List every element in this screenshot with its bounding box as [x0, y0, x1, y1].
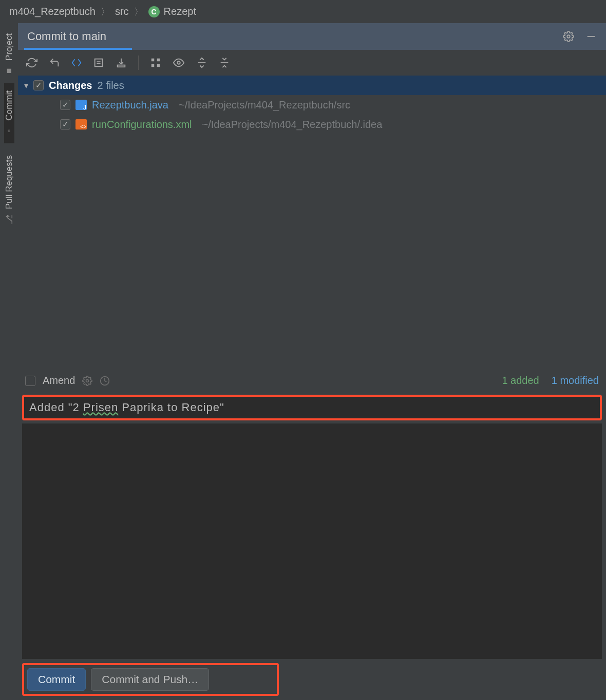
java-file-icon — [75, 100, 87, 110]
commit-msg-text: Added "2 — [29, 401, 83, 414]
chevron-down-icon[interactable]: ▾ — [24, 81, 28, 90]
amend-checkbox[interactable] — [25, 376, 35, 386]
chevron-right-icon: 〉 — [101, 6, 110, 18]
file-path: ~/IdeaProjects/m404_Rezeptbuch/src — [179, 99, 350, 111]
breadcrumb: m404_Rezeptbuch 〉 src 〉 C Rezept — [0, 0, 606, 23]
commit-icon: ◦ — [4, 129, 14, 132]
view-icon[interactable] — [173, 57, 185, 68]
toolbar-separator — [138, 56, 139, 70]
svg-point-13 — [86, 379, 89, 382]
svg-point-0 — [567, 35, 570, 38]
modified-count: 1 modified — [552, 375, 599, 386]
commit-message-input[interactable]: Added "2 Prisen Paprika to Recipe" — [24, 397, 600, 418]
class-icon: C — [148, 6, 160, 17]
svg-rect-8 — [152, 64, 155, 67]
commit-toolbar — [18, 50, 606, 76]
minimize-icon[interactable] — [585, 31, 597, 42]
chevron-right-icon: 〉 — [134, 6, 143, 18]
sidebar-label: Pull Requests — [4, 155, 14, 209]
svg-rect-9 — [157, 64, 160, 67]
svg-rect-5 — [118, 65, 125, 67]
changelist-icon[interactable] — [93, 57, 104, 68]
tab-underline — [24, 48, 132, 50]
checkbox-all[interactable]: ✓ — [33, 80, 44, 90]
checkbox-file[interactable]: ✓ — [60, 100, 70, 110]
changes-label: Changes — [49, 80, 92, 91]
sidebar-tab-pull-requests[interactable]: ⎇ Pull Requests — [4, 148, 14, 232]
panel-title: Commit to main — [27, 30, 106, 43]
sidebar-tab-project[interactable]: ■ Project — [4, 26, 14, 83]
svg-rect-7 — [157, 59, 160, 62]
breadcrumb-class[interactable]: Rezept — [164, 6, 196, 17]
diff-icon[interactable] — [71, 58, 82, 68]
group-icon[interactable] — [150, 57, 161, 68]
svg-rect-2 — [95, 59, 103, 67]
xml-file-icon — [75, 119, 87, 130]
rollback-icon[interactable] — [49, 57, 60, 68]
file-name: runConfigurations.xml — [92, 119, 192, 131]
refresh-icon[interactable] — [26, 57, 37, 68]
history-icon[interactable] — [100, 376, 110, 386]
file-path: ~/IdeaProjects/m404_Rezeptbuch/.idea — [202, 119, 383, 131]
panel-header: Commit to main — [18, 23, 606, 50]
commit-and-push-button[interactable]: Commit and Push… — [91, 668, 209, 691]
button-label: Commit — [38, 673, 75, 686]
commit-panel: Commit to main — [18, 23, 606, 700]
sidebar-label: Project — [4, 33, 14, 61]
expand-icon[interactable] — [196, 57, 207, 68]
breadcrumb-folder[interactable]: src — [115, 6, 129, 17]
changes-tree: ▾ ✓ Changes 2 files ✓ Rezeptbuch.java ~/… — [18, 76, 606, 134]
checkbox-file[interactable]: ✓ — [60, 119, 70, 130]
folder-icon: ■ — [4, 68, 14, 73]
commit-msg-text: Paprika to Recipe" — [118, 401, 224, 414]
shelve-icon[interactable] — [116, 57, 127, 68]
changes-count: 2 files — [97, 80, 124, 91]
commit-message-area[interactable] — [22, 423, 602, 659]
file-row[interactable]: ✓ Rezeptbuch.java ~/IdeaProjects/m404_Re… — [18, 95, 606, 115]
commit-buttons-highlight: Commit Commit and Push… — [22, 663, 279, 696]
file-row[interactable]: ✓ runConfigurations.xml ~/IdeaProjects/m… — [18, 115, 606, 134]
svg-rect-6 — [152, 59, 155, 62]
svg-point-10 — [177, 61, 180, 64]
breadcrumb-project[interactable]: m404_Rezeptbuch — [9, 6, 96, 17]
button-label: Commit and Push… — [102, 673, 198, 686]
file-name: Rezeptbuch.java — [92, 99, 168, 111]
collapse-icon[interactable] — [219, 57, 230, 68]
amend-label: Amend — [43, 375, 75, 386]
sidebar-label: Commit — [4, 90, 14, 121]
pull-request-icon: ⎇ — [4, 215, 14, 225]
gear-icon[interactable] — [82, 376, 92, 386]
added-count: 1 added — [502, 375, 539, 386]
amend-bar: Amend 1 added 1 modified — [18, 370, 606, 392]
commit-msg-typo: Prisen — [83, 401, 118, 414]
gear-icon[interactable] — [563, 31, 574, 42]
tool-sidebar: ■ Project ◦ Commit ⎇ Pull Requests — [0, 23, 18, 700]
tree-spacer — [18, 134, 606, 370]
commit-message-highlight: Added "2 Prisen Paprika to Recipe" — [22, 395, 602, 420]
commit-button[interactable]: Commit — [27, 668, 86, 691]
sidebar-tab-commit[interactable]: ◦ Commit — [4, 83, 14, 143]
changes-header[interactable]: ▾ ✓ Changes 2 files — [18, 76, 606, 95]
